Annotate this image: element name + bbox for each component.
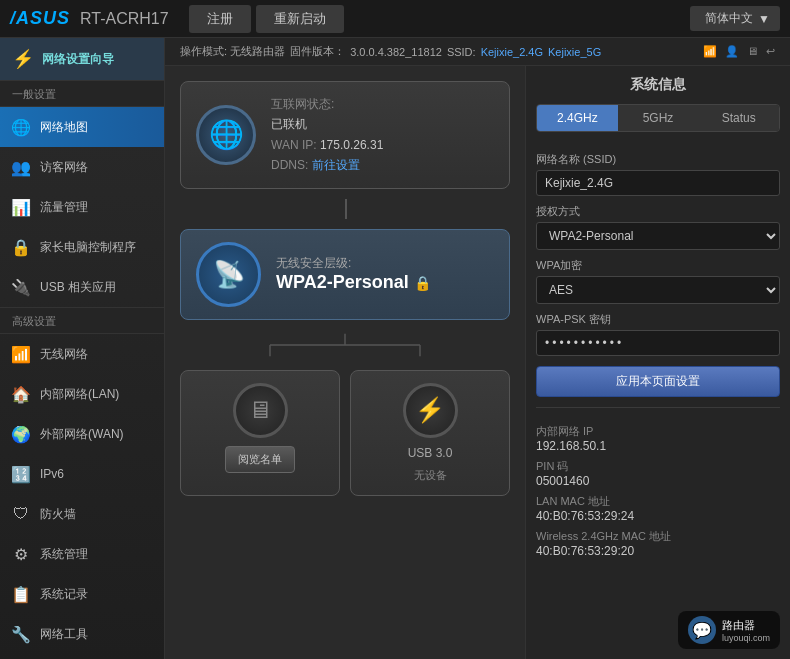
- top-nav: 注册 重新启动: [189, 5, 690, 33]
- security-value: WPA2-Personal 🔒: [276, 272, 431, 293]
- op-mode-label: 操作模式: 无线路由器: [180, 44, 285, 59]
- general-settings-title: 一般设置: [0, 80, 164, 107]
- auth-field-label: 授权方式: [536, 204, 780, 219]
- main-layout: ⚡ 网络设置向导 一般设置 🌐 网络地图 👥 访客网络 📊 流量管理 🔒 家长电…: [0, 38, 790, 659]
- usb-box: ⚡ USB 3.0 无设备: [350, 370, 510, 496]
- sidebar-item-firewall[interactable]: 🛡 防火墙: [0, 494, 164, 534]
- router-box: 📡 无线安全层级: WPA2-Personal 🔒: [180, 229, 510, 320]
- sidebar-item-parental[interactable]: 🔒 家长电脑控制程序: [0, 227, 164, 267]
- client-icon: 🖥: [233, 383, 288, 438]
- ssid1-link[interactable]: Kejixie_2.4G: [481, 46, 543, 58]
- traffic-icon: 📊: [10, 196, 32, 218]
- network-diagram: 🌐 互联网状态: 已联机 WAN IP: 175.0.26.31 DDNS: 前…: [165, 66, 525, 659]
- register-button[interactable]: 注册: [189, 5, 251, 33]
- ssid-field-label: 网络名称 (SSID): [536, 152, 780, 167]
- advanced-settings-title: 高级设置: [0, 307, 164, 334]
- wan-icon: 🌍: [10, 423, 32, 445]
- wan-ip-label: WAN IP:: [271, 138, 317, 152]
- content-area: 操作模式: 无线路由器 固件版本： 3.0.0.4.382_11812 SSID…: [165, 38, 790, 659]
- pin-value: 05001460: [536, 474, 780, 488]
- router-info: 无线安全层级: WPA2-Personal 🔒: [276, 255, 431, 293]
- internet-info: 互联网状态: 已联机 WAN IP: 175.0.26.31 DDNS: 前往设…: [271, 94, 383, 176]
- sidebar-item-ipv6[interactable]: 🔢 IPv6: [0, 454, 164, 494]
- tab-status[interactable]: Status: [698, 105, 779, 131]
- usb-label: USB 3.0: [408, 446, 453, 460]
- sidebar-label-traffic: 流量管理: [40, 199, 88, 216]
- sidebar-label-lan: 内部网络(LAN): [40, 386, 119, 403]
- router-icon: 📡: [196, 242, 261, 307]
- syslog-icon: 📋: [10, 583, 32, 605]
- psk-input[interactable]: [536, 330, 780, 356]
- ddns-link[interactable]: 前往设置: [312, 158, 360, 172]
- apply-button[interactable]: 应用本页面设置: [536, 366, 780, 397]
- browse-clients-button[interactable]: 阅览名单: [225, 446, 295, 473]
- sidebar-item-nettools[interactable]: 🔧 网络工具: [0, 614, 164, 654]
- content-body: 🌐 互联网状态: 已联机 WAN IP: 175.0.26.31 DDNS: 前…: [165, 66, 790, 659]
- ssid-input[interactable]: [536, 170, 780, 196]
- system-info-title: 系统信息: [536, 76, 780, 94]
- parental-icon: 🔒: [10, 236, 32, 258]
- top-bar: /ASUS RT-ACRH17 注册 重新启动 简体中文 ▼: [0, 0, 790, 38]
- chevron-down-icon: ▼: [758, 12, 770, 26]
- tab-5ghz[interactable]: 5GHz: [618, 105, 699, 131]
- frequency-tabs: 2.4GHz 5GHz Status: [536, 104, 780, 132]
- lang-label: 简体中文: [705, 10, 753, 27]
- sidebar-item-traffic[interactable]: 📊 流量管理: [0, 187, 164, 227]
- encrypt-field-label: WPA加密: [536, 258, 780, 273]
- user-icon: 👤: [725, 45, 739, 58]
- network-map-icon: 🌐: [10, 116, 32, 138]
- sidebar-label-parental: 家长电脑控制程序: [40, 239, 136, 256]
- firewall-icon: 🛡: [10, 503, 32, 525]
- lan-mac-row: LAN MAC 地址 40:B0:76:53:29:24: [536, 494, 780, 523]
- back-icon: ↩: [766, 45, 775, 58]
- internet-status-box: 🌐 互联网状态: 已联机 WAN IP: 175.0.26.31 DDNS: 前…: [180, 81, 510, 189]
- security-label: 无线安全层级:: [276, 255, 431, 272]
- usb-status: 无设备: [414, 468, 447, 483]
- sidebar: ⚡ 网络设置向导 一般设置 🌐 网络地图 👥 访客网络 📊 流量管理 🔒 家长电…: [0, 38, 165, 659]
- auth-select[interactable]: WPA2-Personal: [536, 222, 780, 250]
- sidebar-item-lan[interactable]: 🏠 内部网络(LAN): [0, 374, 164, 414]
- sidebar-item-wireless[interactable]: 📶 无线网络: [0, 334, 164, 374]
- ipv6-icon: 🔢: [10, 463, 32, 485]
- language-selector[interactable]: 简体中文 ▼: [690, 6, 780, 31]
- tab-2.4ghz[interactable]: 2.4GHz: [537, 105, 618, 131]
- sidebar-label-ipv6: IPv6: [40, 467, 64, 481]
- tree-svg: [195, 330, 495, 360]
- lan-ip-row: 内部网络 IP 192.168.50.1: [536, 424, 780, 453]
- wizard-label: 网络设置向导: [42, 51, 114, 68]
- sidebar-label-usb: USB 相关应用: [40, 279, 116, 296]
- usb-device-icon: ⚡: [403, 383, 458, 438]
- signal-icon: 📶: [703, 45, 717, 58]
- logo: /ASUS: [10, 8, 70, 29]
- restart-button[interactable]: 重新启动: [256, 5, 344, 33]
- sidebar-item-wan[interactable]: 🌍 外部网络(WAN): [0, 414, 164, 454]
- sidebar-item-usb[interactable]: 🔌 USB 相关应用: [0, 267, 164, 307]
- sidebar-label-guest: 访客网络: [40, 159, 88, 176]
- firmware-label: 固件版本：: [290, 44, 345, 59]
- lan-mac-value: 40:B0:76:53:29:24: [536, 509, 780, 523]
- sidebar-label-syslog: 系统记录: [40, 586, 88, 603]
- lock-icon: 🔒: [414, 275, 431, 291]
- encrypt-select[interactable]: AES: [536, 276, 780, 304]
- sidebar-item-network-map[interactable]: 🌐 网络地图: [0, 107, 164, 147]
- model: RT-ACRH17: [80, 10, 169, 28]
- sidebar-label-wireless: 无线网络: [40, 346, 88, 363]
- status-bar: 操作模式: 无线路由器 固件版本： 3.0.0.4.382_11812 SSID…: [165, 38, 790, 66]
- wireless-mac-value: 40:B0:76:53:29:20: [536, 544, 780, 558]
- sidebar-item-guest-network[interactable]: 👥 访客网络: [0, 147, 164, 187]
- monitor-icon: 🖥: [747, 45, 758, 58]
- sidebar-item-sysadmin[interactable]: ⚙ 系统管理: [0, 534, 164, 574]
- ssid2-link[interactable]: Kejixie_5G: [548, 46, 601, 58]
- sidebar-item-network-wizard[interactable]: ⚡ 网络设置向导: [0, 38, 164, 80]
- wireless-mac-label: Wireless 2.4GHz MAC 地址: [536, 529, 780, 544]
- sidebar-label-sysadmin: 系统管理: [40, 546, 88, 563]
- system-info-panel: 系统信息 2.4GHz 5GHz Status 网络名称 (SSID) 授权方式…: [525, 66, 790, 659]
- sidebar-item-syslog[interactable]: 📋 系统记录: [0, 574, 164, 614]
- lan-icon: 🏠: [10, 383, 32, 405]
- guest-icon: 👥: [10, 156, 32, 178]
- pin-label: PIN 码: [536, 459, 780, 474]
- sysadmin-icon: ⚙: [10, 543, 32, 565]
- ddns-label: DDNS:: [271, 158, 308, 172]
- divider: [536, 407, 780, 408]
- watermark: 💬 路由器 luyouqi.com: [678, 611, 780, 649]
